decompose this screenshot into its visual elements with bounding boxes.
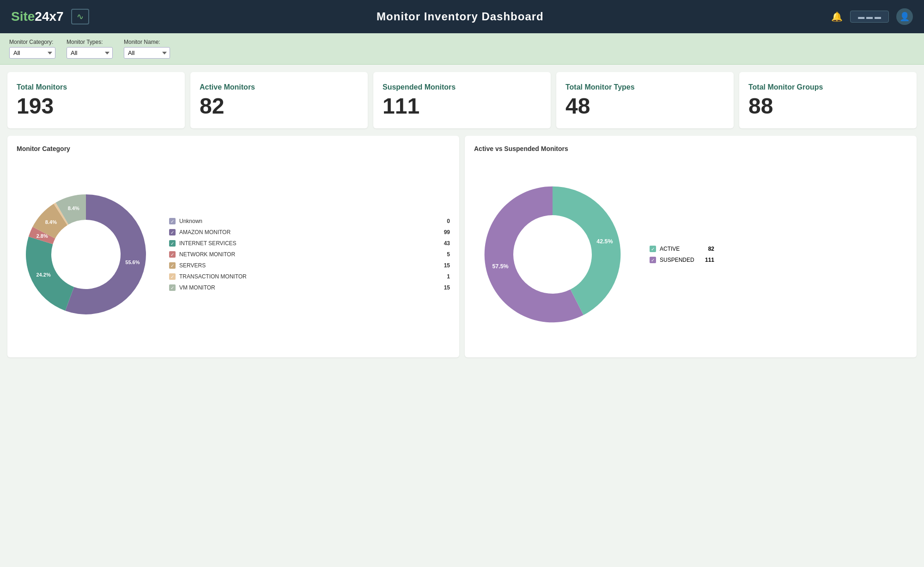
stats-row: Total Monitors 193 Active Monitors 82 Su… <box>0 65 924 136</box>
svg-text:55.6%: 55.6% <box>125 259 140 265</box>
types-filter-label: Monitor Types: <box>67 39 113 45</box>
stat-value: 82 <box>200 95 224 117</box>
stat-value: 193 <box>17 95 54 117</box>
legend-count: 5 <box>441 251 450 258</box>
legend-name: VM MONITOR <box>179 284 437 291</box>
legend-item: ✓ VM MONITOR 15 <box>169 284 450 291</box>
legend-count: 0 <box>441 218 450 224</box>
header: Site24x7 ∿ Monitor Inventory Dashboard 🔔… <box>0 0 924 33</box>
legend-name: NETWORK MONITOR <box>179 251 437 258</box>
logo: Site24x7 <box>11 9 64 24</box>
legend-count: 15 <box>441 262 450 269</box>
donut-chart-left: 55.6%24.2%2.8%8.4%8.4% <box>17 185 155 324</box>
category-filter-group: Monitor Category: All <box>9 39 55 59</box>
legend-color: ✓ <box>169 262 176 269</box>
name-filter-group: Monitor Name: All <box>124 39 170 59</box>
legend-count: 15 <box>441 284 450 291</box>
legend-color: ✓ <box>169 218 176 224</box>
name-filter-select[interactable]: All <box>124 47 170 59</box>
svg-text:24.2%: 24.2% <box>36 272 50 277</box>
legend-name: SUSPENDED <box>660 257 701 263</box>
legend-item: ✓ ACTIVE 82 <box>650 246 714 252</box>
legend-name: Unknown <box>179 218 437 224</box>
filter-bar: Monitor Category: All Monitor Types: All… <box>0 33 924 65</box>
legend-item: ✓ SERVERS 15 <box>169 262 450 269</box>
monitor-category-panel: Monitor Category 55.6%24.2%2.8%8.4%8.4% … <box>7 136 459 357</box>
stat-value: 111 <box>383 95 419 117</box>
category-filter-select[interactable]: All <box>9 47 55 59</box>
stat-card: Suspended Monitors 111 <box>373 72 551 128</box>
charts-row: Monitor Category 55.6%24.2%2.8%8.4%8.4% … <box>7 136 917 357</box>
logo-icon: ∿ <box>71 9 89 24</box>
stat-label: Total Monitor Types <box>565 83 635 91</box>
legend-item: ✓ NETWORK MONITOR 5 <box>169 251 450 258</box>
legend-name: SERVERS <box>179 262 437 269</box>
stat-card: Active Monitors 82 <box>190 72 368 128</box>
stat-card: Total Monitor Groups 88 <box>739 72 917 128</box>
stat-card: Total Monitor Types 48 <box>556 72 734 128</box>
active-suspended-title: Active vs Suspended Monitors <box>474 145 907 152</box>
donut-container-left: 55.6%24.2%2.8%8.4%8.4% ✓ Unknown 0 ✓ AMA… <box>17 160 450 349</box>
logo-247: 24x7 <box>35 9 63 24</box>
types-filter-group: Monitor Types: All <box>67 39 113 59</box>
stat-label: Suspended Monitors <box>383 83 456 91</box>
legend-item: ✓ SUSPENDED 111 <box>650 257 714 263</box>
legend-item: ✓ INTERNET SERVICES 43 <box>169 240 450 247</box>
legend-color: ✓ <box>169 273 176 280</box>
header-action-button[interactable]: ▬ ▬ ▬ <box>850 11 889 23</box>
legend-count: 1 <box>441 273 450 280</box>
legend-name: AMAZON MONITOR <box>179 229 437 235</box>
svg-text:8.4%: 8.4% <box>45 219 57 225</box>
active-suspended-panel: Active vs Suspended Monitors 42.5%57.5% … <box>465 136 917 357</box>
legend-count: 99 <box>441 229 450 235</box>
header-actions: 🔔 ▬ ▬ ▬ 👤 <box>831 8 913 25</box>
legend-item: ✓ TRANSACTION MONITOR 1 <box>169 273 450 280</box>
monitor-category-title: Monitor Category <box>17 145 450 152</box>
legend-name: ACTIVE <box>660 246 701 252</box>
bell-icon[interactable]: 🔔 <box>831 11 843 22</box>
legend-count: 82 <box>705 246 714 252</box>
stat-label: Total Monitor Groups <box>748 83 823 91</box>
legend-item: ✓ Unknown 0 <box>169 218 450 224</box>
page-title: Monitor Inventory Dashboard <box>89 10 832 23</box>
legend-name: TRANSACTION MONITOR <box>179 273 437 280</box>
svg-text:2.8%: 2.8% <box>36 233 48 239</box>
avatar[interactable]: 👤 <box>896 8 913 25</box>
name-filter-label: Monitor Name: <box>124 39 170 45</box>
stat-card: Total Monitors 193 <box>7 72 185 128</box>
svg-text:8.4%: 8.4% <box>68 205 79 211</box>
types-filter-select[interactable]: All <box>67 47 113 59</box>
legend-color: ✓ <box>169 229 176 235</box>
legend-color: ✓ <box>650 246 656 252</box>
donut-chart-right: 42.5%57.5% <box>474 176 631 333</box>
logo-site: Site <box>11 9 35 24</box>
legend-left: ✓ Unknown 0 ✓ AMAZON MONITOR 99 ✓ INTERN… <box>155 218 450 291</box>
legend-color: ✓ <box>650 257 656 263</box>
stat-label: Total Monitors <box>17 83 67 91</box>
svg-text:57.5%: 57.5% <box>492 263 508 270</box>
legend-count: 43 <box>441 240 450 247</box>
legend-color: ✓ <box>169 240 176 247</box>
legend-count: 111 <box>705 257 714 263</box>
legend-right: ✓ ACTIVE 82 ✓ SUSPENDED 111 <box>640 246 714 263</box>
stat-label: Active Monitors <box>200 83 255 91</box>
stat-value: 48 <box>565 95 590 117</box>
stat-value: 88 <box>748 95 773 117</box>
donut-container-right: 42.5%57.5% ✓ ACTIVE 82 ✓ SUSPENDED 111 <box>474 160 907 349</box>
legend-color: ✓ <box>169 284 176 291</box>
category-filter-label: Monitor Category: <box>9 39 55 45</box>
svg-text:42.5%: 42.5% <box>596 238 613 245</box>
legend-item: ✓ AMAZON MONITOR 99 <box>169 229 450 235</box>
legend-name: INTERNET SERVICES <box>179 240 437 247</box>
legend-color: ✓ <box>169 251 176 258</box>
